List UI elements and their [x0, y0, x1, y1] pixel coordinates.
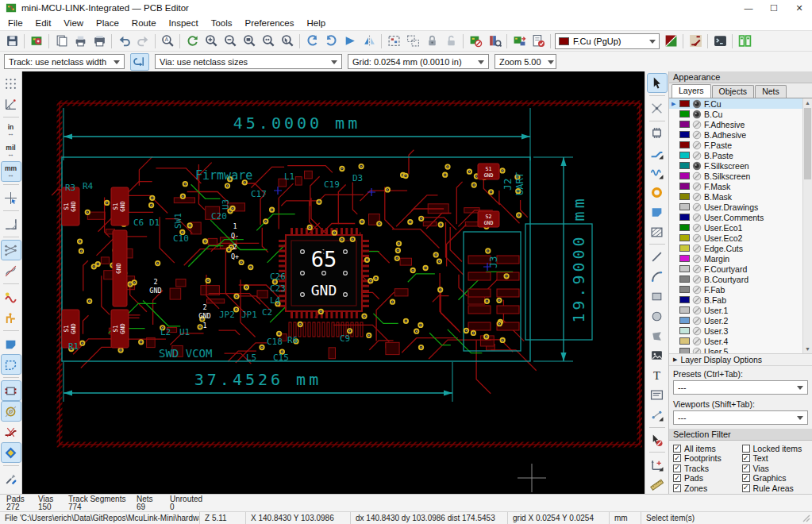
- draw-textbox-button[interactable]: [648, 386, 667, 404]
- visibility-off-icon[interactable]: [692, 254, 702, 264]
- layer-color-swatch[interactable]: [679, 327, 690, 334]
- layer-color-swatch[interactable]: [679, 348, 690, 354]
- menu-file[interactable]: File: [2, 17, 29, 29]
- grid-select[interactable]: Grid: 0.0254 mm (0.0010 in): [348, 54, 489, 69]
- presets-select[interactable]: ---: [673, 380, 808, 395]
- layer-color-swatch[interactable]: [679, 255, 690, 262]
- ungroup-button[interactable]: [403, 32, 422, 50]
- sketch-footprints-button[interactable]: [2, 381, 21, 400]
- lock-button[interactable]: [422, 32, 441, 50]
- layer-row-margin[interactable]: Margin: [669, 253, 812, 264]
- layer-row-user.5[interactable]: User.5: [669, 346, 812, 354]
- layer-row-edge.cuts[interactable]: Edge.Cuts: [669, 243, 812, 253]
- visibility-off-icon[interactable]: [692, 182, 702, 191]
- checkbox[interactable]: ✓: [742, 474, 750, 482]
- zone-outline-button[interactable]: [2, 355, 21, 374]
- library-browser-button[interactable]: [485, 32, 504, 50]
- draw-line-button[interactable]: [648, 248, 667, 266]
- redo-button[interactable]: [133, 32, 152, 50]
- scroll-up-icon[interactable]: ▲: [803, 98, 812, 107]
- visibility-off-icon[interactable]: [692, 244, 702, 253]
- undo-button[interactable]: [114, 32, 133, 50]
- zoom-out-button[interactable]: [221, 32, 240, 50]
- auto-track-width-toggle[interactable]: [130, 53, 149, 71]
- layer-row-f.paste[interactable]: F.Paste: [669, 140, 812, 150]
- zoom-objects-button[interactable]: [259, 32, 278, 50]
- tune-length-button[interactable]: [648, 164, 667, 182]
- draw-rectangle-button[interactable]: [648, 287, 667, 306]
- checkbox[interactable]: ✓: [673, 474, 681, 482]
- filter-zones[interactable]: ✓Zones: [673, 484, 742, 493]
- visibility-off-icon[interactable]: [692, 213, 702, 222]
- place-footprint-button[interactable]: [648, 125, 667, 143]
- show-grid-button[interactable]: [2, 74, 21, 93]
- tab-nets[interactable]: Nets: [755, 85, 787, 98]
- maximize-button[interactable]: ☐: [761, 0, 787, 16]
- plot-button[interactable]: [90, 32, 109, 50]
- layer-color-swatch[interactable]: [679, 121, 690, 128]
- filter-all-items[interactable]: ✓All items: [673, 444, 742, 453]
- draw-arc-button[interactable]: [648, 268, 667, 286]
- filter-pads[interactable]: ✓Pads: [673, 474, 742, 484]
- angle-45-button[interactable]: [2, 214, 21, 233]
- layer-color-swatch[interactable]: [679, 234, 690, 241]
- draw-polygon-button[interactable]: [648, 327, 667, 345]
- filter-vias[interactable]: ✓Vias: [742, 464, 811, 473]
- layer-color-swatch[interactable]: [679, 245, 690, 252]
- layer-color-swatch[interactable]: [679, 183, 690, 190]
- sketch-tracks-button[interactable]: [2, 422, 21, 441]
- menu-inspect[interactable]: Inspect: [163, 17, 205, 29]
- visibility-off-icon[interactable]: [692, 171, 702, 181]
- filter-graphics[interactable]: ✓Graphics: [742, 474, 811, 484]
- layer-color-swatch[interactable]: [679, 152, 690, 159]
- checkbox[interactable]: ✓: [742, 464, 750, 472]
- checkbox[interactable]: ✓: [673, 445, 681, 453]
- layer-row-user.1[interactable]: User.1: [669, 305, 812, 315]
- via-size-select[interactable]: Via: use netclass sizes: [155, 54, 342, 69]
- select-button[interactable]: [648, 74, 667, 92]
- filter-locked-items[interactable]: Locked items: [742, 444, 811, 453]
- save-button[interactable]: [2, 32, 21, 50]
- layer-color-swatch[interactable]: [679, 162, 690, 169]
- layer-row-f.courtyard[interactable]: F.Courtyard: [669, 264, 812, 274]
- layer-row-f.silkscreen[interactable]: F.Silkscreen: [669, 160, 812, 171]
- layer-row-b.courtyard[interactable]: B.Courtyard: [669, 274, 812, 284]
- layers-scrollbar[interactable]: ▲ ▼: [802, 98, 812, 353]
- layer-color-swatch[interactable]: [679, 317, 690, 324]
- checkbox[interactable]: [742, 445, 750, 453]
- layer-row-user.comments[interactable]: User.Comments: [669, 212, 812, 222]
- layer-row-b.mask[interactable]: B.Mask: [669, 191, 812, 202]
- layer-color-swatch[interactable]: [679, 306, 690, 314]
- checkbox[interactable]: ✓: [742, 454, 750, 462]
- visibility-off-icon[interactable]: [692, 141, 702, 150]
- layer-color-swatch[interactable]: [679, 286, 690, 293]
- visibility-off-icon[interactable]: [692, 295, 702, 305]
- refresh-button[interactable]: [183, 32, 202, 50]
- net-colors-button[interactable]: [2, 308, 21, 327]
- layer-row-user.2[interactable]: User.2: [669, 315, 812, 326]
- visibility-off-icon[interactable]: [692, 233, 702, 243]
- run-drc-button[interactable]: [529, 32, 548, 50]
- visibility-off-icon[interactable]: [692, 151, 702, 160]
- delete-tool-button[interactable]: [648, 431, 667, 449]
- rotate-ccw-button[interactable]: [302, 32, 321, 50]
- board-setup-button[interactable]: [27, 32, 46, 50]
- menu-help[interactable]: Help: [301, 17, 333, 29]
- layer-row-b.adhesive[interactable]: B.Adhesive: [669, 129, 812, 140]
- track-width-select[interactable]: Track: use netclass width: [4, 54, 125, 69]
- layer-row-b.paste[interactable]: B.Paste: [669, 150, 812, 160]
- visibility-off-icon[interactable]: [692, 285, 702, 295]
- layer-row-f.adhesive[interactable]: F.Adhesive: [669, 119, 812, 129]
- zoom-select[interactable]: Zoom 5.00: [495, 54, 556, 69]
- filter-tracks[interactable]: ✓Tracks: [673, 464, 742, 473]
- scrollbar-thumb[interactable]: [804, 108, 811, 179]
- draw-circle-button[interactable]: [648, 307, 667, 326]
- visibility-off-icon[interactable]: [692, 130, 702, 140]
- visibility-on-icon[interactable]: [692, 161, 702, 171]
- close-button[interactable]: ✕: [787, 0, 812, 16]
- layer-row-f.fab[interactable]: F.Fab: [669, 284, 812, 295]
- visibility-off-icon[interactable]: [692, 202, 702, 212]
- layer-color-swatch[interactable]: [679, 265, 690, 272]
- scripting-console-button[interactable]: [710, 32, 729, 50]
- track-corner-mode-button[interactable]: [686, 32, 705, 50]
